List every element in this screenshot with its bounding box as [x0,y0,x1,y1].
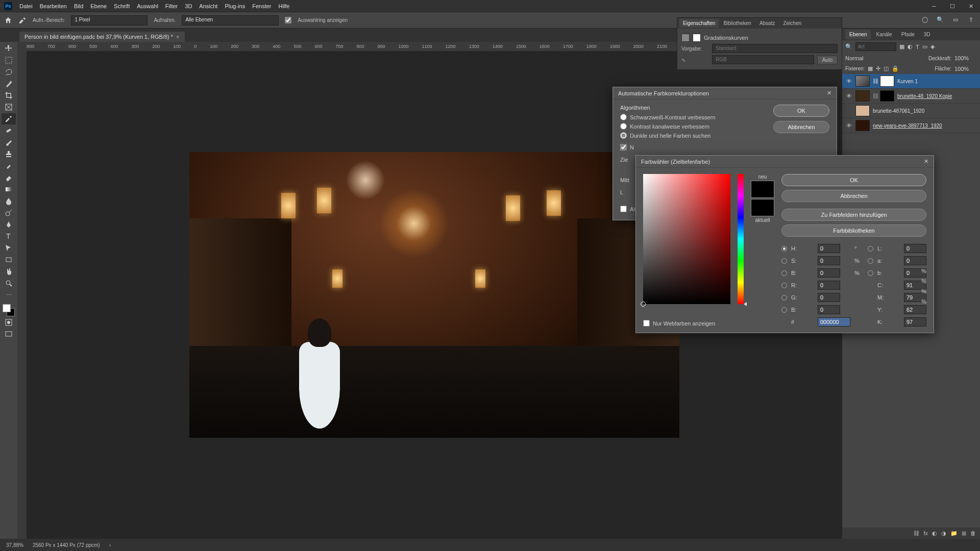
ok-button[interactable]: OK [781,174,926,186]
filter-type-icon[interactable]: T [916,44,919,50]
tab-bibliotheken[interactable]: Bibliotheken [720,19,754,28]
current-color-swatch[interactable] [751,199,774,216]
s-input[interactable] [818,256,840,265]
fx-icon[interactable]: fx [923,530,928,536]
algo-radio-2[interactable] [620,123,627,130]
close-icon[interactable]: ✕ [827,90,831,96]
auto-button[interactable]: Auto [817,56,838,64]
opacity-input[interactable]: 100% [954,55,977,61]
rect-tool[interactable] [2,254,16,265]
sample-layers-select[interactable]: Alle Ebenen [182,15,279,26]
marquee-tool[interactable] [2,55,16,66]
edit-toolbar[interactable]: ⋯ [2,289,16,300]
search-icon[interactable]: 🔍 [935,14,945,24]
link-icon[interactable]: ⛓ [914,530,919,536]
filter-pixel-icon[interactable]: ▦ [899,43,904,50]
tab-eigenschaften[interactable]: Eigenschaften [679,19,719,28]
blend-mode-select[interactable]: Normal [845,55,891,61]
ok-button[interactable]: OK [773,105,829,117]
path-tool[interactable] [2,242,16,254]
web-only-checkbox[interactable] [643,320,650,327]
menu-ansicht[interactable]: Ansicht [199,3,217,9]
move-tool[interactable] [2,43,16,54]
visibility-icon[interactable]: 👁 [845,78,852,84]
menu-schrift[interactable]: Schrift [114,3,130,9]
quickmask-tool[interactable] [2,317,16,328]
g-input[interactable] [818,293,840,302]
h-radio[interactable] [781,246,787,252]
layer-row[interactable]: 👁 ⛓ brunette-48_1920 Kopie [842,89,980,104]
home-icon[interactable] [4,16,12,24]
cloud-icon[interactable]: ◯ [920,14,930,24]
menu-3d[interactable]: 3D [185,3,192,9]
workspace-icon[interactable]: ▭ [950,14,961,24]
eraser-tool[interactable] [2,172,16,183]
l-input[interactable] [904,244,926,253]
share-icon[interactable]: ⇪ [966,14,976,24]
menu-bearbeiten[interactable]: Bearbeiten [40,3,67,9]
r-input[interactable] [818,281,840,290]
stamp-tool[interactable] [2,148,16,160]
visibility-icon[interactable]: 👁 [845,122,852,129]
zoom-tool[interactable] [2,278,16,289]
y-input[interactable] [904,305,926,314]
adjustment-icon[interactable]: ◑ [941,530,946,537]
type-tool[interactable]: T [2,231,16,242]
layer-row[interactable]: 👁 ⛓ Kurven 1 [842,74,980,89]
heal-tool[interactable] [2,125,16,136]
menu-plugins[interactable]: Plug-ins [225,3,245,9]
close-button[interactable]: ✕ [962,0,980,12]
lock-position-icon[interactable]: ✢ [876,65,880,72]
crop-tool[interactable] [2,90,16,101]
b-radio[interactable] [868,270,873,276]
blur-tool[interactable] [2,195,16,207]
filter-smart-icon[interactable]: ◈ [930,43,935,50]
k-input[interactable] [904,317,926,327]
lock-artboard-icon[interactable]: ◫ [884,65,889,72]
visibility-icon[interactable]: 👁 [845,93,852,99]
bv-radio[interactable] [781,270,787,276]
menu-datei[interactable]: Datei [19,3,33,9]
menu-hilfe[interactable]: Hilfe [278,3,289,9]
fill-input[interactable]: 100% [954,66,977,72]
a-input[interactable] [904,256,926,265]
menu-bild[interactable]: Bild [74,3,83,9]
filter-shape-icon[interactable]: ▭ [922,43,927,50]
eyedropper-icon[interactable] [18,16,27,24]
saturation-value-field[interactable] [643,174,730,304]
hand-tool[interactable] [2,266,16,277]
hex-input[interactable] [818,317,850,327]
menu-auswahl[interactable]: Auswahl [137,3,158,9]
channel-select[interactable]: RGB [712,55,814,64]
bb-radio[interactable] [781,307,787,313]
brush-tool[interactable] [2,137,16,148]
a-radio[interactable] [868,258,873,264]
layer-filter-input[interactable] [855,42,896,51]
bv-input[interactable] [818,268,840,278]
tab-ebenen[interactable]: Ebenen [845,30,871,39]
tab-zeichen[interactable]: Zeichen [779,19,805,28]
menu-filter[interactable]: Filter [165,3,178,9]
minimize-button[interactable]: ─ [925,0,943,12]
add-swatch-button[interactable]: Zu Farbfeldern hinzufügen [781,209,926,221]
show-ring-checkbox[interactable] [285,17,291,23]
save-default-checkbox[interactable] [620,206,627,212]
search-icon[interactable]: 🔍 [845,43,852,50]
maximize-button[interactable]: ☐ [943,0,962,12]
l-radio[interactable] [868,246,873,252]
lasso-tool[interactable] [2,66,16,78]
group-icon[interactable]: 📁 [950,530,958,537]
status-chevron-icon[interactable]: › [109,542,111,548]
tab-absatz[interactable]: Absatz [756,19,779,28]
preset-select[interactable]: Standard [712,44,838,53]
cancel-button[interactable]: Abbrechen [781,190,926,202]
r-radio[interactable] [781,283,787,288]
algo-radio-1[interactable] [620,114,627,120]
zoom-readout[interactable]: 37,88% [6,542,23,548]
tab-close-icon[interactable]: × [176,34,179,40]
g-radio[interactable] [781,295,787,300]
hue-slider[interactable] [738,174,744,304]
mask-icon[interactable]: ◐ [932,530,937,537]
tab-3d[interactable]: 3D [920,30,935,39]
gradient-tool[interactable] [2,184,16,195]
